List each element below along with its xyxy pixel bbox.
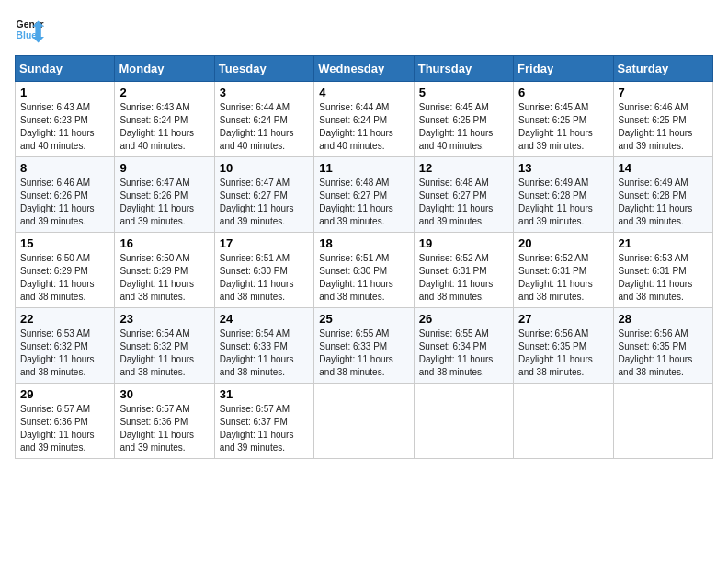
day-info: Sunrise: 6:55 AMSunset: 6:33 PMDaylight:… (319, 327, 408, 379)
day-cell: 1Sunrise: 6:43 AMSunset: 6:23 PMDaylight… (16, 82, 115, 157)
day-info: Sunrise: 6:48 AMSunset: 6:27 PMDaylight:… (419, 177, 508, 228)
day-number: 19 (419, 236, 508, 250)
day-info: Sunrise: 6:44 AMSunset: 6:24 PMDaylight:… (319, 101, 408, 153)
day-info: Sunrise: 6:50 AMSunset: 6:29 PMDaylight:… (20, 252, 109, 304)
day-cell: 4Sunrise: 6:44 AMSunset: 6:24 PMDaylight… (314, 82, 414, 157)
week-row-3: 15Sunrise: 6:50 AMSunset: 6:29 PMDayligh… (16, 233, 713, 308)
day-number: 10 (220, 161, 309, 175)
day-cell: 16Sunrise: 6:50 AMSunset: 6:29 PMDayligh… (115, 233, 214, 308)
day-info: Sunrise: 6:56 AMSunset: 6:35 PMDaylight:… (619, 327, 708, 379)
page-header: General Blue (15, 15, 713, 44)
logo-icon: General Blue (15, 15, 44, 44)
day-info: Sunrise: 6:45 AMSunset: 6:25 PMDaylight:… (518, 101, 608, 153)
day-cell: 20Sunrise: 6:52 AMSunset: 6:31 PMDayligh… (514, 233, 613, 308)
day-cell: 30Sunrise: 6:57 AMSunset: 6:36 PMDayligh… (115, 384, 214, 459)
svg-text:Blue: Blue (17, 30, 38, 40)
day-info: Sunrise: 6:48 AMSunset: 6:27 PMDaylight:… (319, 177, 408, 228)
day-cell: 5Sunrise: 6:45 AMSunset: 6:25 PMDaylight… (414, 82, 513, 157)
day-cell: 14Sunrise: 6:49 AMSunset: 6:28 PMDayligh… (613, 157, 712, 233)
day-cell: 7Sunrise: 6:46 AMSunset: 6:25 PMDaylight… (613, 82, 712, 157)
day-cell: 31Sunrise: 6:57 AMSunset: 6:37 PMDayligh… (214, 384, 313, 459)
day-info: Sunrise: 6:57 AMSunset: 6:36 PMDaylight:… (20, 403, 109, 454)
day-info: Sunrise: 6:43 AMSunset: 6:24 PMDaylight:… (119, 101, 209, 153)
day-cell: 19Sunrise: 6:52 AMSunset: 6:31 PMDayligh… (414, 233, 513, 308)
day-cell: 24Sunrise: 6:54 AMSunset: 6:33 PMDayligh… (214, 308, 313, 384)
day-info: Sunrise: 6:57 AMSunset: 6:36 PMDaylight:… (119, 403, 209, 454)
day-number: 22 (20, 312, 109, 326)
column-header-monday: Monday (115, 56, 214, 82)
day-info: Sunrise: 6:51 AMSunset: 6:30 PMDaylight:… (319, 252, 408, 304)
day-cell: 9Sunrise: 6:47 AMSunset: 6:26 PMDaylight… (115, 157, 214, 233)
day-number: 25 (319, 312, 408, 326)
day-info: Sunrise: 6:47 AMSunset: 6:27 PMDaylight:… (220, 177, 309, 228)
day-info: Sunrise: 6:46 AMSunset: 6:26 PMDaylight:… (20, 177, 109, 228)
day-number: 9 (119, 161, 209, 175)
day-info: Sunrise: 6:53 AMSunset: 6:32 PMDaylight:… (20, 327, 109, 379)
calendar-header-row: SundayMondayTuesdayWednesdayThursdayFrid… (16, 56, 713, 82)
day-number: 17 (220, 236, 309, 250)
logo: General Blue (15, 15, 44, 44)
day-cell: 2Sunrise: 6:43 AMSunset: 6:24 PMDaylight… (115, 82, 214, 157)
day-number: 24 (220, 312, 309, 326)
day-cell (514, 384, 613, 459)
day-number: 1 (20, 86, 109, 99)
column-header-wednesday: Wednesday (314, 56, 414, 82)
day-info: Sunrise: 6:45 AMSunset: 6:25 PMDaylight:… (419, 101, 508, 153)
day-number: 26 (419, 312, 508, 326)
day-info: Sunrise: 6:54 AMSunset: 6:33 PMDaylight:… (220, 327, 309, 379)
column-header-friday: Friday (514, 56, 613, 82)
day-cell (414, 384, 513, 459)
day-number: 12 (419, 161, 508, 175)
day-number: 2 (119, 86, 209, 99)
calendar-table: SundayMondayTuesdayWednesdayThursdayFrid… (15, 55, 713, 459)
day-info: Sunrise: 6:43 AMSunset: 6:23 PMDaylight:… (20, 101, 109, 153)
day-info: Sunrise: 6:54 AMSunset: 6:32 PMDaylight:… (119, 327, 209, 379)
day-cell: 21Sunrise: 6:53 AMSunset: 6:31 PMDayligh… (613, 233, 712, 308)
day-number: 27 (518, 312, 608, 326)
day-info: Sunrise: 6:44 AMSunset: 6:24 PMDaylight:… (220, 101, 309, 153)
day-info: Sunrise: 6:53 AMSunset: 6:31 PMDaylight:… (619, 252, 708, 304)
day-number: 20 (518, 236, 608, 250)
column-header-thursday: Thursday (414, 56, 513, 82)
day-number: 8 (20, 161, 109, 175)
day-number: 14 (619, 161, 708, 175)
day-info: Sunrise: 6:47 AMSunset: 6:26 PMDaylight:… (119, 177, 209, 228)
day-number: 30 (119, 387, 209, 401)
week-row-4: 22Sunrise: 6:53 AMSunset: 6:32 PMDayligh… (16, 308, 713, 384)
day-number: 16 (119, 236, 209, 250)
day-cell: 22Sunrise: 6:53 AMSunset: 6:32 PMDayligh… (16, 308, 115, 384)
day-number: 23 (119, 312, 209, 326)
day-info: Sunrise: 6:46 AMSunset: 6:25 PMDaylight:… (619, 101, 708, 153)
day-number: 18 (319, 236, 408, 250)
day-cell: 12Sunrise: 6:48 AMSunset: 6:27 PMDayligh… (414, 157, 513, 233)
day-cell: 8Sunrise: 6:46 AMSunset: 6:26 PMDaylight… (16, 157, 115, 233)
day-cell: 17Sunrise: 6:51 AMSunset: 6:30 PMDayligh… (214, 233, 313, 308)
day-info: Sunrise: 6:50 AMSunset: 6:29 PMDaylight:… (119, 252, 209, 304)
day-number: 13 (518, 161, 608, 175)
day-info: Sunrise: 6:57 AMSunset: 6:37 PMDaylight:… (220, 403, 309, 454)
calendar-body: 1Sunrise: 6:43 AMSunset: 6:23 PMDaylight… (16, 82, 713, 459)
day-cell (613, 384, 712, 459)
day-cell: 18Sunrise: 6:51 AMSunset: 6:30 PMDayligh… (314, 233, 414, 308)
day-info: Sunrise: 6:49 AMSunset: 6:28 PMDaylight:… (619, 177, 708, 228)
day-number: 29 (20, 387, 109, 401)
day-number: 11 (319, 161, 408, 175)
day-info: Sunrise: 6:51 AMSunset: 6:30 PMDaylight:… (220, 252, 309, 304)
day-info: Sunrise: 6:52 AMSunset: 6:31 PMDaylight:… (419, 252, 508, 304)
day-cell: 23Sunrise: 6:54 AMSunset: 6:32 PMDayligh… (115, 308, 214, 384)
day-number: 28 (619, 312, 708, 326)
day-cell: 15Sunrise: 6:50 AMSunset: 6:29 PMDayligh… (16, 233, 115, 308)
day-cell: 11Sunrise: 6:48 AMSunset: 6:27 PMDayligh… (314, 157, 414, 233)
day-number: 15 (20, 236, 109, 250)
day-cell: 28Sunrise: 6:56 AMSunset: 6:35 PMDayligh… (613, 308, 712, 384)
day-info: Sunrise: 6:49 AMSunset: 6:28 PMDaylight:… (518, 177, 608, 228)
day-cell: 10Sunrise: 6:47 AMSunset: 6:27 PMDayligh… (214, 157, 313, 233)
day-number: 3 (220, 86, 309, 99)
day-info: Sunrise: 6:55 AMSunset: 6:34 PMDaylight:… (419, 327, 508, 379)
day-cell: 29Sunrise: 6:57 AMSunset: 6:36 PMDayligh… (16, 384, 115, 459)
column-header-tuesday: Tuesday (214, 56, 313, 82)
day-number: 4 (319, 86, 408, 99)
day-number: 31 (220, 387, 309, 401)
day-number: 7 (619, 86, 708, 99)
week-row-5: 29Sunrise: 6:57 AMSunset: 6:36 PMDayligh… (16, 384, 713, 459)
